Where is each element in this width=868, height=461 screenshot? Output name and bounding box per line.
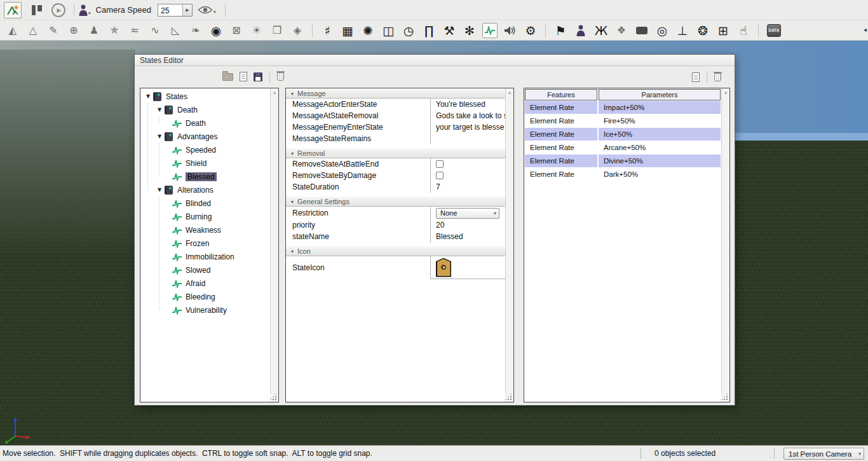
tree-item-shield[interactable]: Shield	[140, 156, 270, 170]
property-row[interactable]: MessageEnemyEnterState your target is bl…	[286, 121, 505, 133]
property-row[interactable]: Restriction None ▾	[286, 207, 505, 219]
camera-person-icon[interactable]: ▾	[79, 4, 91, 16]
currency-coins-icon[interactable]: ◎	[654, 23, 670, 38]
property-value[interactable]: your target is blesse	[430, 121, 505, 133]
scroll-up-icon[interactable]: ▲	[273, 90, 276, 94]
section-header-message[interactable]: ▾ Message	[286, 88, 505, 99]
ramp-tool-icon[interactable]: ◺	[168, 23, 183, 38]
property-row[interactable]: priority 20	[286, 219, 505, 231]
tree-item-death[interactable]: Death	[140, 116, 270, 130]
add-feature-icon[interactable]	[692, 72, 700, 82]
tree-item-vulnerability[interactable]: Vulnerability	[140, 303, 270, 317]
scroll-up-icon[interactable]: ▲	[508, 90, 512, 94]
feature-cell[interactable]: Element Rate	[525, 128, 597, 141]
region-select-icon[interactable]: ⊠	[229, 23, 244, 38]
monster-bug-icon[interactable]: Ж	[593, 23, 609, 38]
dialog-title[interactable]: States Editor	[135, 55, 735, 66]
terrain-texture-icon[interactable]: ⊕	[66, 23, 81, 38]
states-editor-icon[interactable]	[482, 23, 498, 38]
table-row[interactable]: Element Rate Divine+50%	[525, 155, 721, 167]
restriction-dropdown[interactable]: None ▾	[436, 208, 499, 219]
feature-cell[interactable]: Element Rate	[525, 141, 597, 154]
toolbar-collapse-icon[interactable]: ◂	[864, 26, 867, 33]
property-value[interactable]: You're blessed	[430, 99, 505, 110]
settings-gears-icon[interactable]: ⚙	[523, 23, 538, 38]
properties-scrollbar[interactable]: ▲ ▼	[505, 88, 513, 402]
tree-item-advantages-group[interactable]: ▼ Advantages	[140, 130, 270, 143]
resize-grip[interactable]	[505, 394, 513, 401]
property-row[interactable]: MessageActorEnterState You're blessed	[286, 99, 505, 110]
approval-thumb-icon[interactable]: ☝	[736, 23, 751, 38]
property-row[interactable]: stateName Blessed	[286, 231, 505, 242]
skill-wheel-icon[interactable]: ✺	[360, 23, 376, 38]
parameter-cell[interactable]: Impact+50%	[599, 101, 721, 114]
parameters-column-header[interactable]: Parameters	[599, 89, 721, 100]
tree-item-afraid[interactable]: Afraid	[140, 277, 270, 290]
tree-item-speeded[interactable]: Speeded	[140, 143, 270, 156]
parameter-cell[interactable]: Fire+50%	[599, 114, 721, 127]
dialogue-bubble-icon[interactable]	[634, 23, 649, 38]
features-scrollbar[interactable]: ▲ ▼	[721, 88, 729, 402]
sound-speaker-icon[interactable]	[503, 23, 518, 38]
effects-wand-icon[interactable]: ✻	[462, 23, 477, 38]
sun-light-icon[interactable]: ☀	[249, 23, 264, 38]
parameter-cell[interactable]: Arcane+50%	[599, 141, 721, 154]
table-row[interactable]: Element Rate Dark+50%	[525, 168, 721, 181]
camera-mode-dropdown[interactable]: 1st Person Camera ▾	[783, 448, 864, 460]
crafting-anvil-icon[interactable]: ⊥	[675, 23, 690, 38]
npc-person-icon[interactable]	[573, 23, 588, 38]
section-header-removal[interactable]: ▾ Removal	[286, 148, 505, 158]
property-row[interactable]: StateDuration 7	[286, 181, 505, 193]
section-header-icon[interactable]: ▾ Icon	[286, 246, 505, 256]
tree-scrollbar[interactable]: ▲ ▼	[270, 88, 278, 402]
remove-state-by-damage-checkbox[interactable]	[436, 172, 444, 179]
tree-item-frozen[interactable]: Frozen	[140, 237, 270, 250]
property-row[interactable]: RemoveStateByDamage	[286, 170, 505, 181]
calendar-icon[interactable]: ⊞	[715, 23, 731, 38]
features-column-header[interactable]: Features	[525, 89, 597, 100]
resize-grip[interactable]	[721, 394, 729, 401]
collapse-arrow-icon[interactable]: ▼	[156, 134, 163, 139]
feature-cell[interactable]: Element Rate	[525, 101, 597, 114]
terrain-flatten-icon[interactable]: △	[25, 23, 41, 38]
parameter-cell[interactable]: Dark+50%	[599, 168, 721, 181]
tree-item-blinded[interactable]: Blinded	[140, 196, 270, 210]
tree-item-death-group[interactable]: ▼ Death	[140, 103, 270, 116]
scroll-up-icon[interactable]: ▲	[724, 90, 728, 94]
data-manager-button[interactable]: DATA	[767, 24, 781, 37]
property-value[interactable]: Blessed	[430, 231, 505, 242]
camera-speed-spinner[interactable]: 25 ▶	[158, 4, 193, 17]
vegetation-tool-icon[interactable]: ❧	[188, 23, 203, 38]
feature-cell[interactable]: Element Rate	[525, 114, 597, 127]
terrain-paint-icon[interactable]: ✎	[46, 23, 61, 38]
delete-trash-icon[interactable]	[277, 72, 284, 81]
mixer-sliders-icon[interactable]: ♯	[320, 23, 335, 38]
remove-state-at-battle-end-checkbox[interactable]	[436, 160, 444, 168]
road-tool-icon[interactable]: ∿	[147, 23, 163, 38]
tree-item-slowed[interactable]: Slowed	[140, 263, 270, 277]
play-button[interactable]: ▶	[51, 3, 65, 17]
layout-panels-icon[interactable]	[32, 5, 43, 15]
resize-grip[interactable]	[270, 394, 278, 401]
property-row[interactable]: StateIcon ✹	[286, 256, 505, 279]
tree-item-states[interactable]: ▼ States	[140, 90, 270, 103]
waypoint-pin-icon[interactable]: ⚑	[553, 23, 568, 38]
save-icon[interactable]	[254, 72, 262, 81]
mesh-object-icon[interactable]: ◈	[290, 23, 305, 38]
spinner-arrow-icon[interactable]: ▶	[182, 4, 192, 16]
collapse-arrow-icon[interactable]: ▼	[144, 93, 152, 99]
section-header-general-settings[interactable]: ▾ General Settings	[286, 196, 505, 207]
open-folder-icon[interactable]	[222, 73, 233, 81]
eye-visibility-icon[interactable]: ▾	[198, 5, 216, 15]
equipment-shirt-icon[interactable]: ∏	[421, 23, 437, 38]
weapon-tool-icon[interactable]: ⚒	[442, 23, 457, 38]
property-row[interactable]: RemoveStateAtBattleEnd	[286, 158, 505, 170]
magic-star-icon[interactable]: ✯	[107, 23, 122, 38]
table-row[interactable]: Element Rate Ice+50%	[525, 128, 721, 141]
tree-item-immobilization[interactable]: Immobilization	[140, 250, 270, 263]
parameter-cell[interactable]: Ice+50%	[599, 128, 721, 141]
tree-item-weakness[interactable]: Weakness	[140, 223, 270, 237]
property-value[interactable]	[430, 133, 505, 144]
property-value[interactable]: 20	[430, 219, 505, 231]
scene-view-button[interactable]	[4, 2, 22, 18]
